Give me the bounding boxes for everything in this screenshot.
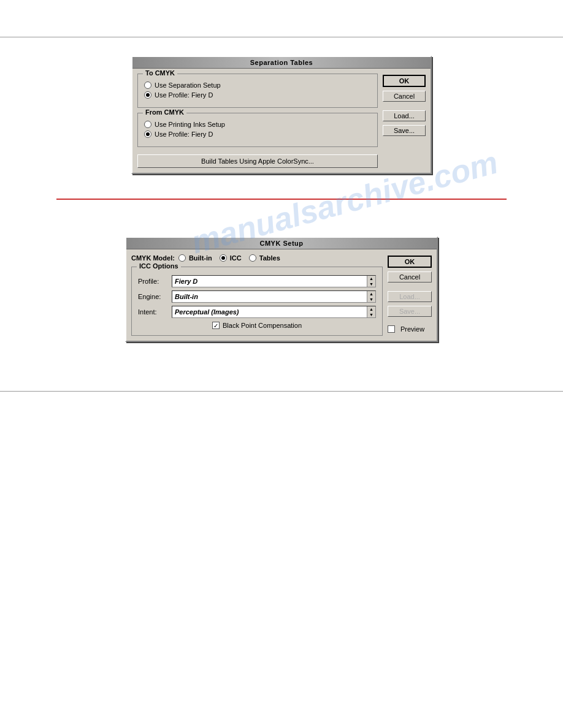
use-printing-inks-label: Use Printing Inks Setup	[155, 121, 225, 128]
builtin-radio[interactable]	[178, 254, 186, 262]
preview-label: Preview	[400, 325, 424, 333]
cmyk-setup-body: CMYK Model: Built-in ICC Tables	[126, 249, 437, 341]
engine-stepper[interactable]: ▲ ▼	[367, 291, 375, 302]
intent-select[interactable]: Perceptual (Images) ▲ ▼	[172, 306, 376, 318]
cmyk-right-panel: OK Cancel Load... Save... Preview	[388, 254, 432, 336]
black-point-checkbox[interactable]: ✓	[212, 322, 220, 329]
engine-arrow-down[interactable]: ▼	[367, 297, 375, 302]
use-profile-fiery-d-row-2[interactable]: Use Profile: Fiery D	[144, 131, 371, 138]
profile-stepper[interactable]: ▲ ▼	[367, 276, 375, 287]
cmyk-ok-button[interactable]: OK	[388, 256, 432, 268]
tables-radio[interactable]	[249, 254, 256, 262]
cmyk-left-panel: CMYK Model: Built-in ICC Tables	[131, 254, 383, 336]
engine-select[interactable]: Built-in ▲ ▼	[172, 290, 376, 303]
icc-options-legend: ICC Options	[137, 262, 181, 270]
bottom-divider	[0, 391, 563, 392]
profile-value: Fiery D	[172, 277, 367, 286]
build-tables-button[interactable]: Build Tables Using Apple ColorSync...	[137, 154, 378, 168]
ok-button[interactable]: OK	[383, 75, 426, 87]
save-button[interactable]: Save...	[383, 125, 426, 136]
icc-options-group: ICC Options Profile: Fiery D ▲ ▼	[131, 267, 383, 336]
builtin-label: Built-in	[189, 254, 212, 262]
intent-arrow-down[interactable]: ▼	[367, 312, 375, 317]
preview-row[interactable]: Preview	[388, 325, 432, 333]
cmyk-load-button[interactable]: Load...	[388, 291, 432, 302]
sep-right-panel: OK Cancel Load... Save...	[383, 74, 426, 168]
tables-radio-row[interactable]: Tables	[249, 254, 280, 262]
icc-radio-row[interactable]: ICC	[220, 254, 242, 262]
cmyk-setup-title: CMYK Setup	[126, 238, 437, 249]
use-profile-label-2: Use Profile: Fiery D	[155, 131, 213, 138]
use-profile-radio-2[interactable]	[144, 131, 151, 138]
profile-row: Profile: Fiery D ▲ ▼	[138, 275, 376, 287]
from-cmyk-group: From CMYK Use Printing Inks Setup Use Pr…	[137, 113, 378, 147]
separation-tables-dialog: Separation Tables To CMYK Use Separation…	[131, 56, 432, 174]
use-separation-setup-radio[interactable]	[144, 82, 151, 89]
use-profile-radio-1[interactable]	[144, 91, 151, 99]
cmyk-cancel-button[interactable]: Cancel	[388, 271, 432, 282]
cmyk-model-row: CMYK Model: Built-in ICC Tables	[131, 254, 383, 262]
engine-value: Built-in	[172, 292, 367, 301]
icc-label: ICC	[230, 254, 242, 262]
intent-value: Perceptual (Images)	[172, 308, 367, 316]
profile-select[interactable]: Fiery D ▲ ▼	[172, 275, 376, 287]
middle-divider	[56, 199, 507, 200]
profile-label: Profile:	[138, 278, 172, 285]
sep-left-panel: To CMYK Use Separation Setup Use Profile…	[137, 74, 378, 168]
engine-arrow-up[interactable]: ▲	[367, 291, 375, 297]
load-button[interactable]: Load...	[383, 110, 426, 121]
use-separation-setup-label: Use Separation Setup	[155, 82, 221, 89]
cmyk-save-button[interactable]: Save...	[388, 306, 432, 317]
separation-tables-title: Separation Tables	[132, 57, 431, 69]
from-cmyk-legend: From CMYK	[143, 108, 186, 116]
to-cmyk-group: To CMYK Use Separation Setup Use Profile…	[137, 74, 378, 108]
to-cmyk-legend: To CMYK	[143, 69, 177, 77]
black-point-label: Black Point Compensation	[223, 322, 302, 329]
intent-label: Intent:	[138, 308, 172, 316]
cmyk-setup-dialog: CMYK Setup CMYK Model: Built-in ICC	[125, 237, 438, 342]
icc-radio[interactable]	[220, 254, 227, 262]
profile-arrow-down[interactable]: ▼	[367, 281, 375, 287]
intent-stepper[interactable]: ▲ ▼	[367, 306, 375, 317]
page: manualsarchive.com Separation Tables To …	[0, 0, 563, 728]
use-printing-inks-radio[interactable]	[144, 121, 151, 128]
cmyk-model-label: CMYK Model:	[131, 254, 175, 262]
black-point-row[interactable]: ✓ Black Point Compensation	[138, 322, 376, 329]
use-profile-label-1: Use Profile: Fiery D	[155, 91, 213, 99]
engine-label: Engine:	[138, 293, 172, 300]
tables-label: Tables	[259, 254, 280, 262]
builtin-radio-row[interactable]: Built-in	[178, 254, 212, 262]
use-profile-fiery-d-row-1[interactable]: Use Profile: Fiery D	[144, 91, 371, 99]
use-printing-inks-row[interactable]: Use Printing Inks Setup	[144, 121, 371, 128]
top-divider	[0, 37, 563, 37]
intent-arrow-up[interactable]: ▲	[367, 306, 375, 312]
separation-tables-body: To CMYK Use Separation Setup Use Profile…	[132, 69, 431, 173]
preview-checkbox[interactable]	[388, 325, 395, 333]
profile-arrow-up[interactable]: ▲	[367, 276, 375, 281]
engine-row: Engine: Built-in ▲ ▼	[138, 290, 376, 303]
cancel-button[interactable]: Cancel	[383, 91, 426, 102]
intent-row: Intent: Perceptual (Images) ▲ ▼	[138, 306, 376, 318]
use-separation-setup-row[interactable]: Use Separation Setup	[144, 82, 371, 89]
